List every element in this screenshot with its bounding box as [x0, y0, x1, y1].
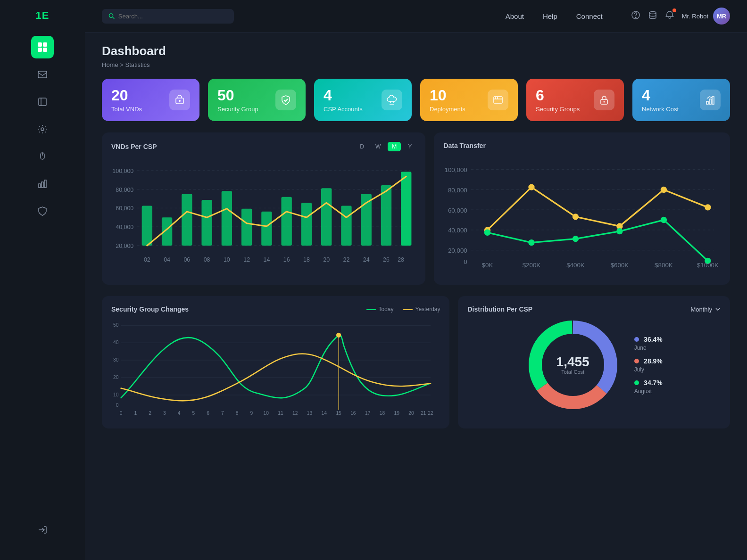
search-icon — [108, 13, 115, 19]
legend-today-label: Today — [379, 306, 394, 313]
svg-text:16: 16 — [350, 411, 356, 416]
svg-text:22: 22 — [343, 256, 350, 263]
svg-text:$200K: $200K — [523, 262, 541, 269]
svg-text:40: 40 — [113, 340, 119, 345]
sidebar-item-logout[interactable] — [31, 519, 54, 541]
dist-dot-july — [634, 359, 639, 363]
breadcrumb-current: Statistics — [125, 61, 150, 68]
dist-pct-july: 28.9% — [644, 357, 663, 365]
svg-rect-1 — [43, 42, 47, 47]
svg-text:16: 16 — [283, 256, 290, 263]
nav-connect[interactable]: Connect — [576, 12, 603, 20]
svg-point-112 — [336, 333, 341, 338]
svg-text:22: 22 — [428, 411, 433, 416]
page-content: Dashboard Home > Statistics 20 Total VND… — [85, 33, 747, 560]
svg-text:12: 12 — [292, 411, 298, 416]
security-chart-title: Security Group Changes — [111, 305, 189, 313]
charts-row-1: VNDs Per CSP D W M Y 100, — [102, 132, 730, 285]
monthly-dropdown[interactable]: Monthly — [690, 306, 721, 313]
user-profile[interactable]: Mr. Robot MR — [682, 8, 730, 25]
stat-label-sg: Security Group — [217, 106, 258, 113]
svg-point-88 — [484, 230, 490, 236]
app-logo: 1E — [36, 9, 50, 22]
svg-text:4: 4 — [178, 411, 181, 416]
stat-icon-sg — [275, 90, 296, 110]
svg-text:24: 24 — [363, 256, 370, 263]
dist-pct-august: 34.7% — [644, 379, 663, 387]
dist-month-august: August — [634, 388, 663, 395]
nav-about[interactable]: About — [506, 12, 524, 20]
sidebar-item-settings[interactable] — [31, 118, 54, 140]
svg-text:$1000K: $1000K — [697, 262, 719, 269]
svg-text:19: 19 — [394, 411, 399, 416]
vnds-chart-tabs: D W M Y — [356, 142, 416, 151]
svg-text:$600K: $600K — [611, 262, 629, 269]
svg-text:5: 5 — [192, 411, 195, 416]
donut-total-label: Total Cost — [556, 369, 589, 375]
distribution-legend: 36.4% June 28.9% July — [634, 335, 663, 395]
sidebar-item-book[interactable] — [31, 91, 54, 113]
svg-text:3: 3 — [163, 411, 166, 416]
svg-text:12: 12 — [243, 256, 250, 263]
tab-m[interactable]: M — [388, 142, 401, 151]
svg-rect-5 — [39, 98, 46, 106]
data-transfer-svg: 100,000 80,000 60,000 40,000 20,000 0 — [443, 157, 721, 273]
svg-point-90 — [573, 236, 579, 242]
svg-point-91 — [617, 228, 623, 234]
search-input[interactable] — [118, 13, 227, 20]
search-box[interactable] — [102, 9, 234, 24]
tab-d[interactable]: D — [356, 142, 368, 151]
stat-card-csp[interactable]: 4 CSP Accounts — [314, 79, 412, 121]
svg-text:02: 02 — [144, 256, 150, 263]
data-transfer-chart: Data Transfer 100,000 80,000 60,000 40,0… — [434, 132, 730, 285]
svg-line-15 — [113, 17, 114, 18]
tab-w[interactable]: W — [371, 142, 385, 151]
stat-label-dep: Deployments — [430, 106, 465, 113]
svg-text:20: 20 — [323, 256, 330, 263]
stat-card-deployments[interactable]: 10 Deployments — [420, 79, 518, 121]
svg-rect-53 — [341, 206, 351, 246]
sidebar-item-mouse[interactable] — [31, 145, 54, 168]
notification-icon-btn[interactable] — [665, 10, 674, 22]
svg-text:9: 9 — [250, 411, 253, 416]
svg-point-17 — [635, 17, 636, 18]
dist-pct-june: 36.4% — [644, 336, 663, 343]
svg-text:28: 28 — [398, 256, 404, 263]
svg-rect-48 — [241, 209, 252, 246]
stat-number-dep: 10 — [430, 88, 465, 103]
svg-text:20: 20 — [408, 411, 414, 416]
svg-rect-0 — [38, 42, 42, 47]
stat-card-security-group[interactable]: 50 Security Group — [208, 79, 306, 121]
security-chart-header: Security Group Changes Today Yesterday — [111, 305, 440, 313]
svg-text:7: 7 — [221, 411, 224, 416]
svg-text:17: 17 — [365, 411, 371, 416]
svg-text:04: 04 — [164, 256, 170, 263]
svg-text:$800K: $800K — [655, 262, 673, 269]
nav-links: About Help Connect — [506, 12, 603, 20]
security-legend: Today Yesterday — [366, 306, 440, 313]
sidebar-item-analytics[interactable] — [31, 173, 54, 195]
stat-card-network-cost[interactable]: 4 Network Cost — [632, 79, 730, 121]
sidebar-item-dashboard[interactable] — [31, 36, 54, 58]
svg-text:$400K: $400K — [567, 262, 585, 269]
svg-text:$0K: $0K — [482, 262, 493, 269]
breadcrumb-home[interactable]: Home — [102, 61, 118, 68]
security-svg-chart: 50 40 30 20 10 0 0 1 — [111, 321, 440, 417]
svg-rect-43 — [142, 206, 152, 246]
stat-number-sg: 50 — [217, 88, 258, 103]
database-icon-btn[interactable] — [648, 10, 657, 22]
stat-label-nc: Network Cost — [642, 106, 679, 113]
stat-card-vnds[interactable]: 20 Total VNDs — [102, 79, 199, 121]
tab-y[interactable]: Y — [404, 142, 416, 151]
sidebar-item-inbox[interactable] — [31, 63, 54, 86]
dist-month-june: June — [634, 345, 663, 351]
sidebar-item-shield[interactable] — [31, 200, 54, 222]
svg-text:20,000: 20,000 — [116, 243, 133, 249]
svg-text:40,000: 40,000 — [116, 224, 133, 231]
svg-text:18: 18 — [380, 411, 385, 416]
svg-text:2: 2 — [149, 411, 151, 416]
nav-help[interactable]: Help — [543, 12, 557, 20]
svg-text:6: 6 — [207, 411, 209, 416]
help-icon-btn[interactable] — [631, 10, 640, 22]
stat-card-security-groups[interactable]: 6 Security Groups — [526, 79, 624, 121]
